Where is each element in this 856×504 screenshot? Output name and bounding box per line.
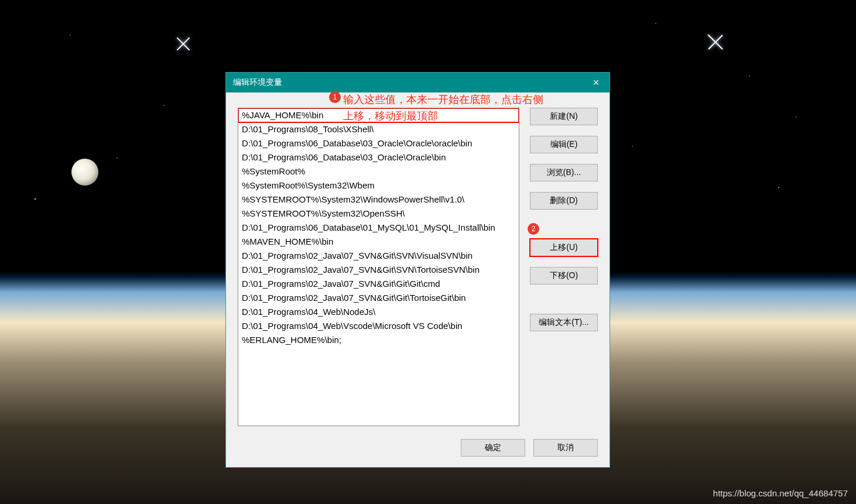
close-icon[interactable]: × [583, 73, 610, 92]
dialog-titlebar[interactable]: 编辑环境变量 × [226, 73, 610, 92]
list-item[interactable]: D:\01_Programs\06_Database\03_Oracle\Ora… [238, 150, 519, 164]
dialog-footer: 确定 取消 [238, 426, 598, 457]
list-item[interactable]: D:\01_Programs\06_Database\01_MySQL\01_M… [238, 221, 519, 235]
list-item[interactable]: %SystemRoot% [238, 164, 519, 179]
list-item[interactable]: D:\01_Programs\08_Tools\XShell\ [238, 122, 519, 136]
watermark: https://blog.csdn.net/qq_44684757 [713, 488, 848, 498]
dialog-body: %JAVA_HOME%\binD:\01_Programs\08_Tools\X… [226, 92, 610, 467]
move-down-button[interactable]: 下移(O) [530, 267, 598, 284]
path-listbox[interactable]: %JAVA_HOME%\binD:\01_Programs\08_Tools\X… [238, 108, 519, 426]
list-item[interactable]: %SystemRoot%\System32\Wbem [238, 179, 519, 193]
list-item[interactable]: D:\01_Programs\02_Java\07_SVN&Git\SVN\To… [238, 263, 519, 277]
list-item[interactable]: %ERLANG_HOME%\bin; [238, 333, 519, 347]
list-item[interactable]: D:\01_Programs\02_Java\07_SVN&Git\Git\To… [238, 291, 519, 305]
list-item[interactable]: D:\01_Programs\06_Database\03_Oracle\Ora… [238, 136, 519, 150]
dialog-title: 编辑环境变量 [233, 77, 282, 88]
list-item[interactable]: %SYSTEMROOT%\System32\OpenSSH\ [238, 207, 519, 221]
browse-button[interactable]: 浏览(B)... [530, 164, 598, 181]
edit-env-var-dialog: 编辑环境变量 × %JAVA_HOME%\binD:\01_Programs\0… [225, 72, 610, 468]
list-item[interactable]: D:\01_Programs\04_Web\NodeJs\ [238, 305, 519, 319]
list-item[interactable]: %SYSTEMROOT%\System32\WindowsPowerShell\… [238, 193, 519, 207]
list-item[interactable]: D:\01_Programs\02_Java\07_SVN&Git\Git\Gi… [238, 277, 519, 291]
list-item[interactable]: D:\01_Programs\02_Java\07_SVN&Git\SVN\Vi… [238, 249, 519, 263]
list-item[interactable]: D:\01_Programs\04_Web\Vscode\Microsoft V… [238, 319, 519, 333]
button-column: 新建(N) 编辑(E) 浏览(B)... 删除(D) 上移(U) 下移(O) 编… [530, 108, 598, 426]
delete-button[interactable]: 删除(D) [530, 192, 598, 210]
edit-text-button[interactable]: 编辑文本(T)... [530, 314, 598, 331]
cancel-button[interactable]: 取消 [533, 439, 598, 457]
edit-button[interactable]: 编辑(E) [530, 136, 598, 153]
new-button[interactable]: 新建(N) [530, 108, 598, 125]
ok-button[interactable]: 确定 [461, 439, 525, 457]
moon-decoration [71, 159, 98, 186]
list-item[interactable]: %MAVEN_HOME%\bin [238, 235, 519, 249]
move-up-button[interactable]: 上移(U) [530, 239, 598, 256]
list-item[interactable]: %JAVA_HOME%\bin [238, 108, 519, 122]
